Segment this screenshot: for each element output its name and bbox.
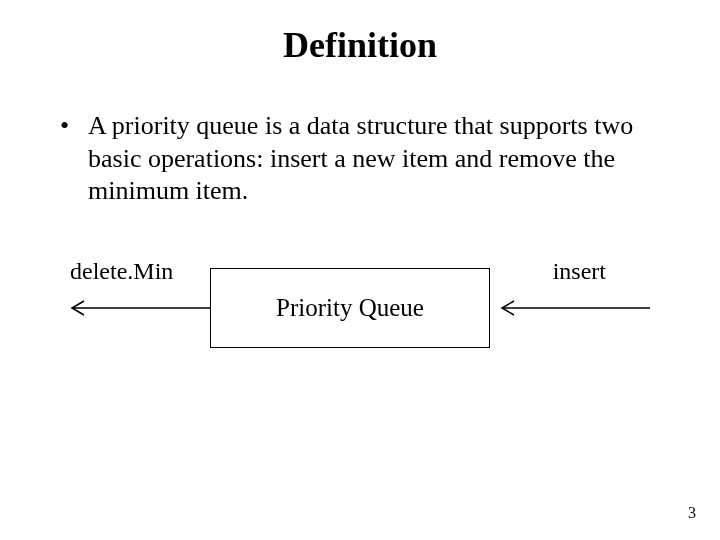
body-text: • A priority queue is a data structure t… [60, 110, 660, 208]
slide-title: Definition [0, 24, 720, 66]
priority-queue-box: Priority Queue [210, 268, 490, 348]
arrow-right-icon [490, 298, 650, 318]
priority-queue-diagram: delete.Min insert Priority Queue [60, 248, 660, 368]
insert-label: insert [553, 258, 606, 285]
bullet-item: • A priority queue is a data structure t… [60, 110, 660, 208]
bullet-text: A priority queue is a data structure tha… [88, 110, 660, 208]
arrow-left-icon [60, 298, 210, 318]
priority-queue-box-label: Priority Queue [276, 294, 424, 322]
delete-min-label: delete.Min [70, 258, 173, 285]
page-number: 3 [688, 504, 696, 522]
slide: Definition • A priority queue is a data … [0, 0, 720, 540]
bullet-marker: • [60, 110, 88, 143]
